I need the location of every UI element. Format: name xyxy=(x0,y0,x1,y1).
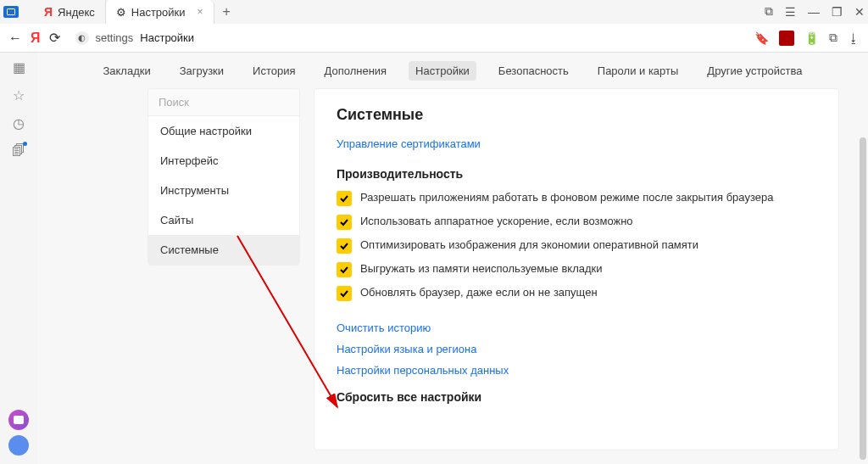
settings-main-panel: Системные Управление сертификатами Произ… xyxy=(314,88,839,450)
sidebar-item-sites[interactable]: Сайты xyxy=(148,205,299,235)
checkbox-row: Использовать аппаратное ускорение, если … xyxy=(337,215,816,230)
tab-label: Яндекс xyxy=(58,6,95,19)
checkbox-label: Использовать аппаратное ускорение, если … xyxy=(360,215,633,227)
checkbox-label: Разрешать приложениям работать в фоновом… xyxy=(360,191,773,204)
cert-link[interactable]: Управление сертификатами xyxy=(337,137,816,150)
topnav-downloads[interactable]: Загрузки xyxy=(173,61,231,81)
checkbox-label: Выгружать из памяти неиспользуемые вклад… xyxy=(360,262,603,275)
download-icon[interactable]: ⭳ xyxy=(848,31,860,45)
topnav-passwords[interactable]: Пароли и карты xyxy=(591,61,686,81)
performance-title: Производительность xyxy=(337,167,816,181)
checkbox-row: Выгружать из памяти неиспользуемые вклад… xyxy=(337,262,816,277)
topnav-history[interactable]: История xyxy=(246,61,302,81)
topnav-security[interactable]: Безопасность xyxy=(492,61,576,81)
star-icon[interactable]: ☆ xyxy=(13,87,25,103)
checkbox[interactable] xyxy=(337,262,352,277)
personal-data-link[interactable]: Настройки персональных данных xyxy=(337,364,816,377)
search-input[interactable]: Поиск xyxy=(148,89,299,116)
checkbox[interactable] xyxy=(337,215,352,230)
tab-yandex[interactable]: Я Яндекс xyxy=(34,0,106,24)
copy-icon[interactable]: ⧉ xyxy=(829,31,837,45)
checkbox-label: Обновлять браузер, даже если он не запущ… xyxy=(360,286,598,299)
sidebar-item-tools[interactable]: Инструменты xyxy=(148,176,299,205)
notes-icon[interactable]: 🗐 xyxy=(12,143,25,159)
grid-icon[interactable]: ▦ xyxy=(13,59,25,75)
minimize-button[interactable]: — xyxy=(808,5,820,19)
checkbox[interactable] xyxy=(337,286,352,301)
back-button[interactable]: ← xyxy=(8,31,22,46)
sidebar-item-general[interactable]: Общие настройки xyxy=(148,116,299,146)
sidebar-item-system[interactable]: Системные xyxy=(148,235,299,265)
topnav-settings[interactable]: Настройки xyxy=(409,61,476,81)
tab-label: Настройки xyxy=(131,6,186,19)
checkbox[interactable] xyxy=(337,191,352,206)
topnav-devices[interactable]: Другие устройства xyxy=(700,61,809,81)
reload-button[interactable]: ⟳ xyxy=(49,30,60,46)
gear-icon: ⚙ xyxy=(116,6,126,19)
tab-strip: Я Яндекс ⚙ Настройки × + xyxy=(0,0,868,24)
clear-history-link[interactable]: Очистить историю xyxy=(337,321,816,334)
address-input[interactable]: ◐ settings Настройки xyxy=(69,28,747,48)
battery-icon[interactable]: 🔋 xyxy=(804,31,819,45)
language-link[interactable]: Настройки языка и региона xyxy=(337,343,816,355)
tab-settings[interactable]: ⚙ Настройки × xyxy=(106,0,214,24)
close-button[interactable]: ✕ xyxy=(854,5,865,19)
sidebar-item-interface[interactable]: Интерфейс xyxy=(148,146,299,176)
extension-icon[interactable] xyxy=(779,31,794,46)
scrollbar[interactable] xyxy=(860,137,866,460)
menu-icon[interactable]: ☰ xyxy=(785,5,796,19)
content-area: Закладки Загрузки История Дополнения Нас… xyxy=(37,53,868,464)
maximize-button[interactable]: ❐ xyxy=(832,5,843,19)
tab-close-icon[interactable]: × xyxy=(198,6,203,18)
topnav-bookmarks[interactable]: Закладки xyxy=(96,61,157,81)
site-info-icon[interactable]: ◐ xyxy=(75,31,89,45)
app-icon xyxy=(3,6,19,18)
checkbox[interactable] xyxy=(337,238,352,254)
yandex-home-button[interactable]: Я xyxy=(31,31,41,46)
topnav-addons[interactable]: Дополнения xyxy=(317,61,393,81)
url-segment: Настройки xyxy=(140,31,194,44)
address-bar: ← Я ⟳ ◐ settings Настройки 🔖 🔋 ⧉ ⭳ xyxy=(0,24,868,53)
settings-sidebar: Поиск Общие настройки Интерфейс Инструме… xyxy=(147,88,300,266)
clock-icon[interactable]: ◷ xyxy=(13,115,25,131)
section-title: Системные xyxy=(337,106,816,124)
bookmark-icon[interactable]: 🔖 xyxy=(754,31,769,45)
url-segment: settings xyxy=(96,31,134,44)
settings-top-nav: Закладки Загрузки История Дополнения Нас… xyxy=(37,53,868,88)
reader-icon[interactable]: ⧉ xyxy=(765,4,773,19)
new-tab-button[interactable]: + xyxy=(214,4,239,20)
checkbox-label: Оптимизировать изображения для экономии … xyxy=(360,238,698,251)
left-rail: ▦ ☆ ◷ 🗐 xyxy=(0,53,37,464)
yandex-icon: Я xyxy=(44,5,53,19)
checkbox-row: Разрешать приложениям работать в фоновом… xyxy=(337,191,816,206)
reset-settings-link[interactable]: Сбросить все настройки xyxy=(337,390,816,404)
checkbox-row: Обновлять браузер, даже если он не запущ… xyxy=(337,286,816,301)
checkbox-row: Оптимизировать изображения для экономии … xyxy=(337,238,816,254)
alice-icon[interactable] xyxy=(8,410,29,430)
assistant-icon[interactable] xyxy=(8,435,29,456)
